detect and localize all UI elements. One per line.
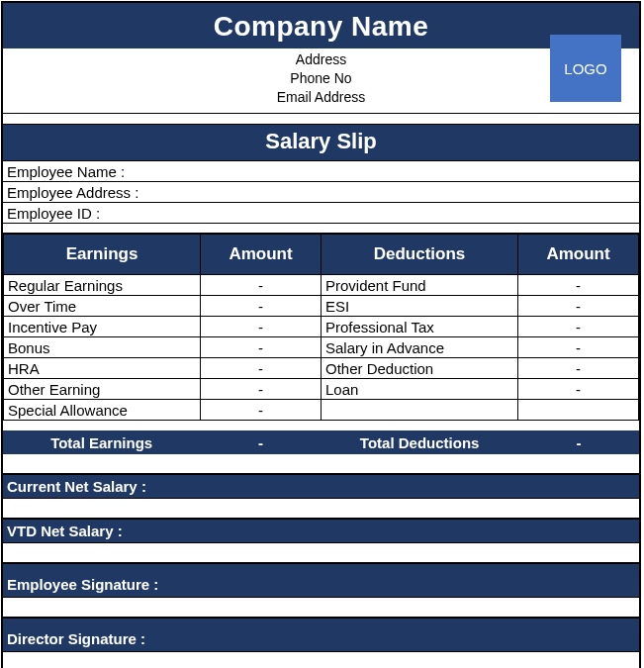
director-signature-label: Director Signature : (7, 630, 145, 647)
spacer (3, 499, 639, 519)
earning-amount: - (201, 275, 322, 296)
deduction-amount: - (518, 337, 639, 358)
total-earnings-value: - (200, 430, 321, 454)
deduction-label: Loan (321, 379, 517, 400)
deduction-amount (518, 400, 639, 421)
company-contact-block: Address Phone No Email Address (3, 48, 639, 113)
spacer (3, 114, 639, 124)
company-logo: LOGO (550, 35, 621, 102)
current-net-label: Current Net Salary : (7, 478, 146, 495)
table-row: Over Time-ESI- (4, 296, 639, 317)
spacer (3, 543, 639, 563)
earning-amount: - (201, 379, 322, 400)
company-email: Email Address (3, 88, 639, 107)
employee-id-row: Employee ID : (3, 203, 639, 224)
deduction-label: Provident Fund (321, 275, 517, 296)
current-net-salary-row: Current Net Salary : (3, 474, 639, 499)
spacer (3, 224, 639, 234)
salary-slip-document: Company Name Address Phone No Email Addr… (1, 1, 641, 668)
earning-amount: - (201, 317, 322, 337)
total-earnings-label: Total Earnings (3, 430, 200, 454)
deduction-amount: - (518, 358, 639, 379)
employee-name-row: Employee Name : (3, 161, 639, 182)
total-deductions-value: - (518, 430, 639, 454)
deduction-label: ESI (321, 296, 517, 317)
table-row: Other Earning-Loan- (4, 379, 639, 400)
spacer (3, 421, 639, 430)
employee-address-label: Employee Address : (7, 184, 138, 201)
earning-amount: - (201, 296, 322, 317)
spacer (3, 598, 639, 618)
company-address: Address (3, 50, 639, 69)
deduction-label: Professional Tax (321, 317, 517, 337)
deduction-amount: - (518, 379, 639, 400)
deduction-amount: - (518, 275, 639, 296)
company-name: Company Name (3, 3, 639, 43)
col-amount-earnings: Amount (201, 235, 322, 275)
earning-label: HRA (4, 358, 201, 379)
col-deductions: Deductions (321, 235, 517, 275)
earning-label: Special Allowance (4, 400, 201, 421)
earning-amount: - (201, 400, 322, 421)
deduction-label: Other Deduction (321, 358, 517, 379)
deduction-label (321, 400, 517, 421)
deduction-amount: - (518, 317, 639, 337)
vtd-net-label: VTD Net Salary : (7, 523, 123, 539)
table-header-row: Earnings Amount Deductions Amount (4, 235, 639, 275)
employee-address-row: Employee Address : (3, 182, 639, 203)
vtd-net-salary-row: VTD Net Salary : (3, 519, 639, 543)
document-title: Salary Slip (3, 124, 639, 161)
earning-label: Other Earning (4, 379, 201, 400)
table-row: Regular Earnings-Provident Fund- (4, 275, 639, 296)
header-block: Company Name Address Phone No Email Addr… (3, 3, 639, 114)
table-row: HRA-Other Deduction- (4, 358, 639, 379)
earning-label: Incentive Pay (4, 317, 201, 337)
earning-label: Over Time (4, 296, 201, 317)
employee-name-label: Employee Name : (7, 163, 125, 180)
col-earnings: Earnings (4, 235, 201, 275)
table-row: Special Allowance- (4, 400, 639, 421)
employee-id-label: Employee ID : (7, 205, 100, 222)
earning-amount: - (201, 337, 322, 358)
spacer (3, 454, 639, 474)
totals-table: Total Earnings - Total Deductions - (3, 430, 639, 454)
employee-signature-row: Employee Signature : (3, 563, 639, 598)
table-row: Bonus-Salary in Advance- (4, 337, 639, 358)
earnings-deductions-table: Earnings Amount Deductions Amount Regula… (3, 234, 639, 421)
earning-label: Regular Earnings (4, 275, 201, 296)
company-phone: Phone No (3, 69, 639, 88)
earning-label: Bonus (4, 337, 201, 358)
deduction-label: Salary in Advance (321, 337, 517, 358)
table-row: Incentive Pay-Professional Tax- (4, 317, 639, 337)
col-amount-deductions: Amount (518, 235, 639, 275)
deduction-amount: - (518, 296, 639, 317)
totals-row: Total Earnings - Total Deductions - (3, 430, 639, 454)
spacer (3, 652, 639, 668)
earning-amount: - (201, 358, 322, 379)
director-signature-row: Director Signature : (3, 618, 639, 652)
total-deductions-label: Total Deductions (321, 430, 517, 454)
employee-signature-label: Employee Signature : (7, 576, 158, 593)
